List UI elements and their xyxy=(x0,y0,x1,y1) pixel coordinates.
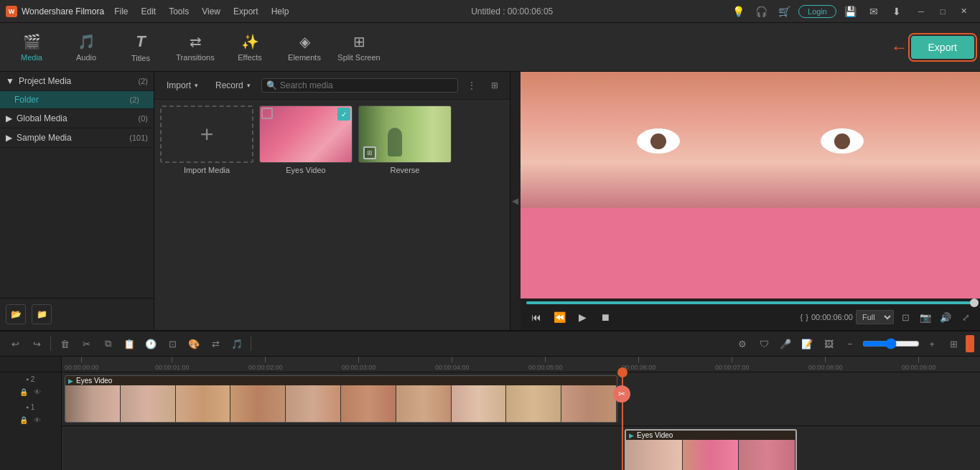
login-button[interactable]: Login xyxy=(798,5,836,18)
preview-timeline-bar[interactable] xyxy=(526,301,974,304)
delete-button[interactable]: 🗑 xyxy=(55,334,74,353)
import-media-item[interactable]: + Import Media xyxy=(160,105,253,174)
copy-button[interactable]: ⧉ xyxy=(98,334,117,353)
volume-icon[interactable]: 🔊 xyxy=(937,309,954,326)
track-1-eye[interactable]: 👁 xyxy=(32,414,43,426)
caption-icon[interactable]: 📝 xyxy=(798,334,816,353)
toolbar-effects[interactable]: ✨ Effects xyxy=(224,26,276,69)
toolbar-splitscreen[interactable]: ⊞ Split Screen xyxy=(333,26,385,69)
menu-edit[interactable]: Edit xyxy=(136,5,162,18)
paste-button[interactable]: 📋 xyxy=(120,334,139,353)
zoom-slider[interactable] xyxy=(862,338,920,349)
ruler-tick-1 xyxy=(172,357,172,362)
zoom-out-btn[interactable]: − xyxy=(841,334,859,353)
toolbar-audio[interactable]: 🎵 Audio xyxy=(60,26,112,69)
play-button[interactable]: ▶ xyxy=(572,307,592,327)
import-button[interactable]: Import ▾ xyxy=(160,77,205,93)
filter-icon[interactable]: ⋮ xyxy=(462,76,481,95)
export-button[interactable]: Export xyxy=(911,36,974,59)
crop-button[interactable]: ⊡ xyxy=(163,334,182,353)
ruler-1: 00:00:01:00 xyxy=(155,357,190,371)
transitions-label: Transitions xyxy=(176,53,214,62)
face-visual xyxy=(521,72,980,299)
track-2-eye[interactable]: 👁 xyxy=(32,386,43,398)
menu-export[interactable]: Export xyxy=(228,5,264,18)
ruler-tick-6 xyxy=(638,357,639,362)
mail-icon[interactable]: ✉ xyxy=(865,3,882,20)
toolbar-transitions[interactable]: ⇄ Transitions xyxy=(169,26,221,69)
save-icon[interactable]: 💾 xyxy=(842,3,859,20)
timeline-playhead xyxy=(970,299,979,307)
maximize-button[interactable]: □ xyxy=(933,1,953,22)
image-icon[interactable]: 🖼 xyxy=(819,334,838,353)
history-button[interactable]: 🕐 xyxy=(141,334,160,353)
grid-icon[interactable]: ⊞ xyxy=(485,76,504,95)
timeline-main: ▪ 2 🔒 👁 ▪ 1 🔒 👁 00:00:00 xyxy=(0,357,980,470)
audio-icon: 🎵 xyxy=(78,33,95,50)
zoom-in-btn[interactable]: + xyxy=(923,334,941,353)
reverse-label: Reverse xyxy=(391,166,420,174)
sidebar-item-project-media[interactable]: ▼ Project Media (2) xyxy=(0,72,154,91)
left-eye xyxy=(637,128,680,154)
sidebar-item-sample-media[interactable]: ▶ Sample Media (101) xyxy=(0,128,154,148)
timeline-toolbar: ↩ ↪ 🗑 ✂ ⧉ 📋 🕐 ⊡ 🎨 ⇄ 🎵 ⚙ 🛡 🎤 📝 🖼 − + ⊞ xyxy=(0,332,980,357)
toolbar-titles[interactable]: T Titles xyxy=(115,26,167,69)
menu-help[interactable]: Help xyxy=(266,5,295,18)
sidebar-item-global-media[interactable]: ▶ Global Media (0) xyxy=(0,109,154,128)
rewind-button[interactable]: ⏮ xyxy=(526,307,546,327)
collapse-handle[interactable]: ◀ xyxy=(510,72,521,330)
download-icon[interactable]: ⬇ xyxy=(888,3,905,20)
frame-9 xyxy=(506,385,561,422)
redo-button[interactable]: ↪ xyxy=(27,334,46,353)
add-folder-button[interactable]: 📂 xyxy=(6,304,26,324)
screenshot-icon[interactable]: 📷 xyxy=(917,309,934,326)
mic-icon[interactable]: 🎤 xyxy=(776,334,795,353)
shield-icon[interactable]: 🛡 xyxy=(755,334,773,353)
frame-b3 xyxy=(739,440,795,470)
ruler-label-8: 00:00:08:00 xyxy=(808,364,843,371)
bulb-icon[interactable]: 💡 xyxy=(729,3,747,20)
track-1-lock[interactable]: 🔒 xyxy=(18,414,29,426)
track-1-content: ▶ Eyes Video xyxy=(62,426,980,470)
undo-button[interactable]: ↩ xyxy=(6,334,24,353)
toolbar-media[interactable]: 🎬 Media xyxy=(6,26,57,69)
record-button[interactable]: Record ▾ xyxy=(209,77,257,93)
menu-file[interactable]: File xyxy=(108,5,134,18)
clip-eyes-video-1[interactable]: ▶ Eyes Video xyxy=(65,375,617,423)
fit-timeline-btn[interactable]: ⊞ xyxy=(944,334,963,353)
time-brackets-right: } xyxy=(806,313,808,321)
color-button[interactable]: 🎨 xyxy=(185,334,203,353)
transitions-icon: ⇄ xyxy=(190,33,202,50)
clip-eyes-video-2[interactable]: ▶ Eyes Video xyxy=(625,429,797,470)
fullscreen-icon[interactable]: ⤢ xyxy=(957,309,974,326)
frame-4 xyxy=(230,385,286,422)
track-2-lock[interactable]: 🔒 xyxy=(18,386,29,398)
headset-icon[interactable]: 🎧 xyxy=(752,3,770,20)
new-folder-button[interactable]: 📁 xyxy=(32,304,52,324)
menu-view[interactable]: View xyxy=(196,5,226,18)
cart-icon[interactable]: 🛒 xyxy=(775,3,793,20)
reverse-item[interactable]: ⊞ Reverse xyxy=(358,105,452,174)
screen-size-icon[interactable]: ⊡ xyxy=(897,309,914,326)
ruler-spacer xyxy=(0,357,61,372)
titlebar-left: W Wondershare Filmora File Edit Tools Vi… xyxy=(6,5,294,18)
zoom-select[interactable]: Full 50% 75% xyxy=(856,310,894,324)
record-dropdown-icon: ▾ xyxy=(247,82,251,89)
settings-icon[interactable]: ⚙ xyxy=(733,334,752,353)
search-input[interactable] xyxy=(280,80,453,90)
stop-button[interactable]: ⏹ xyxy=(595,307,615,327)
sidebar-item-folder[interactable]: Folder (2) xyxy=(0,91,154,109)
minimize-button[interactable]: ─ xyxy=(911,1,931,22)
toolbar-elements[interactable]: ◈ Elements xyxy=(279,26,330,69)
track-2-icons: 🔒 👁 xyxy=(18,386,43,398)
close-button[interactable]: ✕ xyxy=(954,1,974,22)
transition-btn[interactable]: ⇄ xyxy=(206,334,225,353)
import-thumb[interactable]: + xyxy=(160,105,253,163)
menu-tools[interactable]: Tools xyxy=(163,5,195,18)
plus-icon: + xyxy=(200,121,214,148)
search-box: 🔍 xyxy=(261,78,458,93)
audio-btn[interactable]: 🎵 xyxy=(228,334,246,353)
cut-button[interactable]: ✂ xyxy=(77,334,95,353)
step-back-button[interactable]: ⏪ xyxy=(549,307,569,327)
eyes-video-item[interactable]: ✓ Eyes Video xyxy=(259,105,353,174)
